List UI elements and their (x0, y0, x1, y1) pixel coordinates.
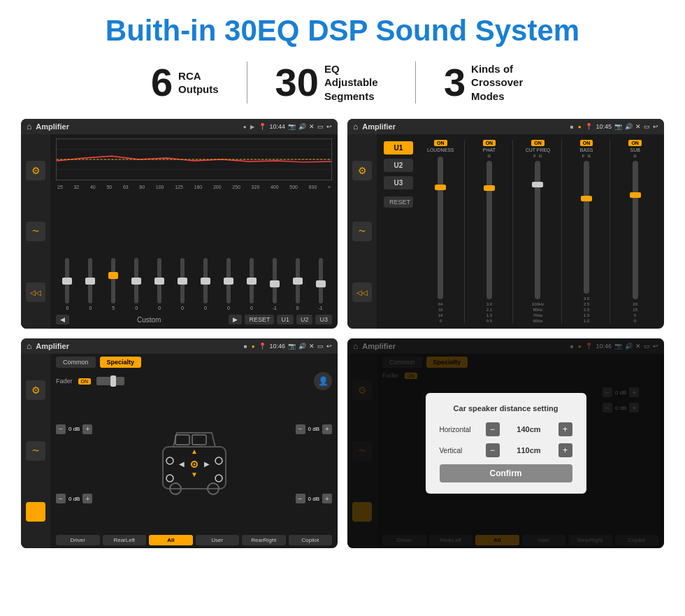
eq-band-3[interactable]: 5 (102, 258, 125, 310)
eq-thumb-5[interactable] (154, 278, 164, 285)
speaker-icon[interactable]: ◁◁ (26, 282, 45, 302)
horizontal-minus[interactable]: − (486, 422, 500, 436)
phat-slider[interactable] (486, 161, 492, 299)
home-icon-1[interactable]: ⌂ (27, 122, 31, 131)
prev-btn[interactable]: ◀ (56, 315, 69, 324)
plus-btn-4[interactable]: + (322, 494, 332, 503)
u1-btn[interactable]: U1 (277, 315, 294, 324)
cutfreq-slider[interactable] (535, 161, 540, 299)
u2-select[interactable]: U2 (384, 159, 413, 172)
vertical-minus[interactable]: − (486, 443, 500, 457)
plus-btn-3[interactable]: + (322, 424, 332, 434)
bass-thumb[interactable] (581, 196, 592, 201)
eq-band-11[interactable]: 0 (286, 258, 309, 310)
eq-band-9[interactable]: 0 (240, 258, 263, 310)
cutfreq-label: CUT FREQ (526, 148, 551, 152)
loudness-slider[interactable] (438, 157, 443, 299)
wave-icon-3[interactable]: 〜 (26, 441, 45, 461)
u3-select[interactable]: U3 (384, 176, 413, 189)
eq-track-10[interactable] (273, 258, 277, 303)
bass-slider[interactable] (584, 161, 589, 294)
u3-btn[interactable]: U3 (315, 315, 332, 324)
horizontal-plus[interactable]: + (558, 422, 572, 436)
fader-slider[interactable] (96, 377, 124, 385)
reset-btn-1[interactable]: RESET (245, 315, 274, 324)
eq-track-12[interactable] (319, 258, 323, 303)
plus-btn-1[interactable]: + (82, 424, 92, 434)
cutfreq-thumb[interactable] (532, 182, 543, 187)
sub-slider[interactable] (633, 161, 638, 299)
reset-btn-2[interactable]: RESET (384, 196, 413, 208)
confirm-button[interactable]: Confirm (440, 464, 572, 482)
eq-band-2[interactable]: 0 (79, 258, 102, 310)
home-icon-3[interactable]: ⌂ (27, 341, 31, 351)
eq-band-12[interactable]: -1 (309, 258, 332, 310)
eq-track-7[interactable] (203, 258, 208, 303)
u1-select[interactable]: U1 (384, 141, 413, 155)
eq-band-5[interactable]: 0 (148, 258, 171, 310)
minus-btn-4[interactable]: − (296, 494, 305, 503)
eq-thumb-3[interactable] (108, 272, 118, 279)
eq-thumb-9[interactable] (247, 278, 257, 285)
eq-icon-3[interactable]: ⚙ (26, 380, 45, 400)
ctrl-cutfreq: ON CUT FREQ F G 100Hz (514, 140, 562, 323)
eq-track-1[interactable] (65, 258, 69, 303)
wave-icon[interactable]: 〜 (26, 222, 45, 241)
sub-thumb[interactable] (630, 192, 641, 198)
fader-on[interactable]: ON (78, 378, 92, 385)
eq-track-11[interactable] (296, 258, 300, 303)
user-btn[interactable]: User (196, 535, 240, 545)
eq-thumb-8[interactable] (224, 278, 233, 285)
eq-band-10[interactable]: -1 (263, 258, 286, 310)
eq-icon-2[interactable]: ⚙ (352, 161, 372, 180)
eq-thumb-1[interactable] (62, 278, 72, 285)
eq-band-6[interactable]: 0 (171, 258, 194, 310)
speaker-icon-2[interactable]: ◁◁ (352, 282, 372, 302)
eq-thumb-10[interactable] (270, 280, 280, 287)
minus-btn-3[interactable]: − (296, 424, 305, 434)
eq-track-3[interactable] (111, 258, 115, 303)
tab-specialty[interactable]: Specialty (100, 357, 142, 368)
eq-icon[interactable]: ⚙ (26, 161, 45, 180)
vertical-plus[interactable]: + (558, 443, 572, 457)
minus-btn-1[interactable]: − (56, 424, 66, 434)
eq-thumb-4[interactable] (131, 278, 141, 285)
volume-icon-3: 🔊 (298, 343, 306, 350)
eq-band-8[interactable]: 0 (217, 258, 240, 310)
eq-track-8[interactable] (226, 258, 231, 303)
minus-btn-2[interactable]: − (56, 494, 66, 503)
eq-sliders: 0 0 5 (56, 192, 332, 310)
eq-thumb-11[interactable] (293, 278, 303, 285)
eq-thumb-2[interactable] (85, 278, 95, 285)
eq-track-5[interactable] (157, 258, 161, 303)
eq-thumb-12[interactable] (316, 280, 326, 287)
loudness-thumb[interactable] (435, 185, 446, 190)
eq-track-6[interactable] (180, 258, 185, 303)
eq-band-7[interactable]: 0 (194, 258, 217, 310)
eq-band-4[interactable]: 0 (125, 258, 148, 310)
speaker-layout: − 0 dB + − 0 dB + (56, 396, 332, 532)
eq-track-4[interactable] (134, 258, 138, 303)
copilot-btn[interactable]: Copilot (289, 535, 333, 545)
phat-thumb[interactable] (484, 185, 495, 191)
eq-thumb-6[interactable] (178, 278, 187, 285)
plus-btn-2[interactable]: + (82, 494, 92, 503)
speaker-icon-3[interactable]: ◁◁ (26, 502, 45, 522)
next-btn[interactable]: ▶ (229, 315, 242, 324)
app-name-3: Amplifier (36, 342, 240, 350)
eq-band-1[interactable]: 0 (56, 258, 79, 310)
driver-btn[interactable]: Driver (56, 535, 100, 545)
all-btn[interactable]: All (149, 535, 193, 545)
home-icon-2[interactable]: ⌂ (353, 122, 358, 131)
rear-right-btn[interactable]: RearRight (242, 535, 286, 545)
eq-track-9[interactable] (250, 258, 254, 303)
eq-track-2[interactable] (88, 258, 92, 303)
tab-common[interactable]: Common (56, 357, 96, 368)
settings-icon[interactable]: 👤 (314, 372, 332, 390)
wave-icon-2[interactable]: 〜 (352, 222, 372, 241)
on-badge-cutfreq: ON (531, 140, 545, 146)
eq-thumb-7[interactable] (201, 278, 210, 285)
fader-thumb[interactable] (110, 375, 116, 387)
rear-left-btn[interactable]: RearLeft (103, 535, 147, 545)
u2-btn[interactable]: U2 (296, 315, 313, 324)
